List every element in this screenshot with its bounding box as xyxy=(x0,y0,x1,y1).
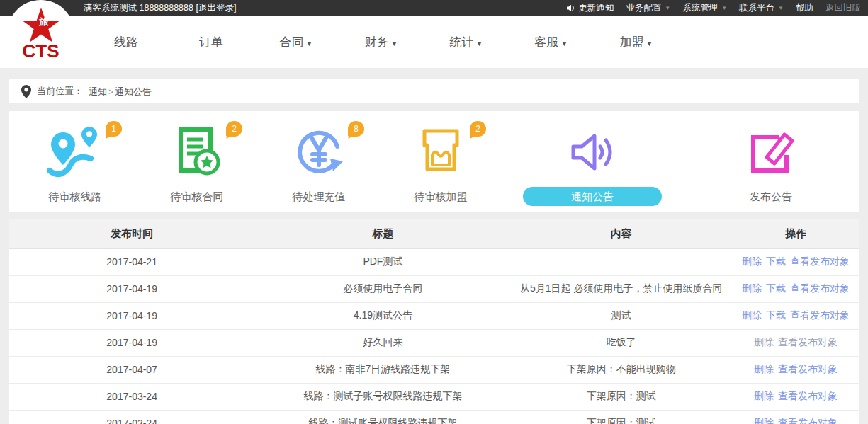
table-row: 2017-04-19必须使用电子合同从5月1日起 必须使用电子，禁止使用纸质合同… xyxy=(9,275,859,302)
topbar-item-return-old-version[interactable]: 返回旧版 xyxy=(825,2,861,14)
cell-content: 下架原因：测试 xyxy=(511,383,732,410)
chevron-down-icon: ▼ xyxy=(646,40,653,47)
chevron-down-icon: ▼ xyxy=(561,40,568,47)
cell-actions: 删除查看发布对象 xyxy=(732,356,859,383)
cell-publish-date: 2017-04-21 xyxy=(9,248,255,275)
nav-item-join[interactable]: 加盟▼ xyxy=(594,34,679,50)
cell-actions: 删除查看发布对象 xyxy=(732,383,859,410)
action-view-targets-link[interactable]: 查看发布对象 xyxy=(790,282,850,294)
action-delete-link[interactable]: 删除 xyxy=(742,282,762,294)
action-download-link[interactable]: 下载 xyxy=(766,309,786,321)
logo-text: CTS xyxy=(23,42,60,60)
cell-actions: 删除下载查看发布对象 xyxy=(732,275,859,302)
quicklink-pending-recharge[interactable]: 8待处理充值 xyxy=(258,118,380,206)
cell-publish-date: 2017-03-24 xyxy=(9,410,255,424)
action-delete-link[interactable]: 删除 xyxy=(754,363,774,374)
breadcrumb-separator: > xyxy=(108,87,113,97)
quicklinks-panel: 1待审核线路2待审核合同8待处理充值2待审核加盟通知公告发布公告 xyxy=(9,111,859,212)
notices-table: 发布时间标题内容操作 2017-04-21PDF测试删除下载查看发布对象2017… xyxy=(9,219,859,424)
cell-title: 好久回来 xyxy=(255,329,510,356)
chevron-down-icon: ▼ xyxy=(665,5,670,11)
topbar-item-contact-platform[interactable]: 联系平台▼ xyxy=(739,2,784,14)
cts-logo: 旅 CTS xyxy=(7,0,74,67)
topbar-right: 更新通知业务配置▼系统管理▼联系平台▼帮助返回旧版 xyxy=(566,0,861,16)
topbar-item-system-management[interactable]: 系统管理▼ xyxy=(682,2,727,14)
notices-table-card: 发布时间标题内容操作 2017-04-21PDF测试删除下载查看发布对象2017… xyxy=(9,219,859,424)
breadcrumb-item[interactable]: 通知 xyxy=(89,86,107,97)
announcement-speaker-icon xyxy=(564,118,621,181)
cell-publish-date: 2017-04-19 xyxy=(9,302,255,329)
topbar: 满客系统测试 18888888888 [退出登录] 更新通知业务配置▼系统管理▼… xyxy=(0,0,868,16)
cell-content xyxy=(511,248,732,275)
cell-publish-date: 2017-04-19 xyxy=(9,275,255,302)
account-info[interactable]: 满客系统测试 18888888888 [退出登录] xyxy=(84,0,236,16)
quicklink-pending-join-audit[interactable]: 2待审核加盟 xyxy=(380,118,502,206)
action-download-link[interactable]: 下载 xyxy=(766,282,786,294)
breadcrumb-prefix: 当前位置： xyxy=(37,85,83,98)
cell-title: PDF测试 xyxy=(255,248,510,275)
star-icon: 旅 xyxy=(21,7,61,44)
nav-item-route[interactable]: 线路 xyxy=(84,34,169,50)
breadcrumb-items: 通知>通知公告 xyxy=(89,85,152,98)
quicklink-notice-announcement[interactable]: 通知公告 xyxy=(502,118,682,206)
table-row: 2017-04-19好久回来吃饭了删除查看发布对象 xyxy=(9,329,859,356)
topbar-item-update-notice[interactable]: 更新通知 xyxy=(566,2,614,14)
action-view-targets-link[interactable]: 查看发布对象 xyxy=(778,363,838,374)
quicklink-pending-contract-audit[interactable]: 2待审核合同 xyxy=(136,118,258,206)
nav-item-statistics[interactable]: 统计▼ xyxy=(424,34,509,50)
table-row: 2017-04-21PDF测试删除下载查看发布对象 xyxy=(9,248,859,275)
quicklink-label: 待审核线路 xyxy=(49,187,102,206)
contract-star-icon: 2 xyxy=(169,118,225,181)
cell-content: 下架原因：不能出现购物 xyxy=(511,356,732,383)
count-badge: 2 xyxy=(226,121,242,137)
route-pins-icon: 1 xyxy=(45,118,105,181)
cell-title: 必须使用电子合同 xyxy=(255,275,510,302)
column-header: 操作 xyxy=(732,219,859,248)
location-pin-icon xyxy=(21,85,31,98)
nav-item-customer-service[interactable]: 客服▼ xyxy=(509,34,594,50)
column-header: 发布时间 xyxy=(9,219,255,248)
action-view-targets-link[interactable]: 查看发布对象 xyxy=(778,417,838,424)
action-delete-link[interactable]: 删除 xyxy=(754,417,774,424)
action-delete-link[interactable]: 删除 xyxy=(742,256,762,267)
column-header: 内容 xyxy=(511,219,732,248)
nav-item-finance[interactable]: 财务▼ xyxy=(339,34,424,50)
storefront-icon: 2 xyxy=(412,118,469,181)
action-view-targets-link[interactable]: 查看发布对象 xyxy=(790,309,850,321)
cell-publish-date: 2017-04-19 xyxy=(9,329,255,356)
quicklink-label: 发布公告 xyxy=(750,187,792,206)
quicklink-label: 通知公告 xyxy=(523,187,662,206)
cell-actions: 删除查看发布对象 xyxy=(732,410,859,424)
quicklink-label: 待审核加盟 xyxy=(415,187,468,206)
column-header: 标题 xyxy=(255,219,510,248)
svg-text:旅: 旅 xyxy=(38,16,49,27)
table-header-row: 发布时间标题内容操作 xyxy=(9,219,859,248)
action-view-targets-link[interactable]: 查看发布对象 xyxy=(778,336,838,348)
topbar-item-business-config[interactable]: 业务配置▼ xyxy=(626,2,670,14)
nav-item-orders[interactable]: 订单 xyxy=(169,34,254,50)
action-delete-link[interactable]: 删除 xyxy=(742,309,762,321)
table-row: 2017-04-07线路：南非7日游线路违规下架下架原因：不能出现购物删除查看发… xyxy=(9,356,859,383)
nav-item-contract[interactable]: 合同▼ xyxy=(254,34,339,50)
topbar-item-help[interactable]: 帮助 xyxy=(796,2,813,14)
chevron-down-icon: ▼ xyxy=(306,40,313,47)
cell-content: 吃饭了 xyxy=(511,329,732,356)
table-row: 2017-03-24线路：测试账号权限线路违规下架下架原因：测试删除查看发布对象 xyxy=(9,410,859,424)
chevron-down-icon: ▼ xyxy=(391,40,398,47)
quicklink-label: 待处理充值 xyxy=(293,187,346,206)
breadcrumb: 当前位置： 通知>通知公告 xyxy=(9,79,859,103)
nav-list: 线路订单合同▼财务▼统计▼客服▼加盟▼ xyxy=(0,16,868,68)
speaker-icon xyxy=(566,4,575,12)
action-download-link[interactable]: 下载 xyxy=(766,256,786,267)
action-delete-link[interactable]: 删除 xyxy=(754,336,774,348)
action-view-targets-link[interactable]: 查看发布对象 xyxy=(790,256,850,267)
cell-title: 4.19测试公告 xyxy=(255,302,510,329)
breadcrumb-item[interactable]: 通知公告 xyxy=(115,86,152,97)
quicklink-publish-announcement[interactable]: 发布公告 xyxy=(682,118,859,206)
action-view-targets-link[interactable]: 查看发布对象 xyxy=(778,390,838,401)
action-delete-link[interactable]: 删除 xyxy=(754,390,774,401)
quicklink-pending-route-audit[interactable]: 1待审核线路 xyxy=(14,118,136,206)
cell-publish-date: 2017-03-24 xyxy=(9,383,255,410)
cell-actions: 删除下载查看发布对象 xyxy=(732,302,859,329)
cell-title: 线路：测试账号权限线路违规下架 xyxy=(255,410,510,424)
